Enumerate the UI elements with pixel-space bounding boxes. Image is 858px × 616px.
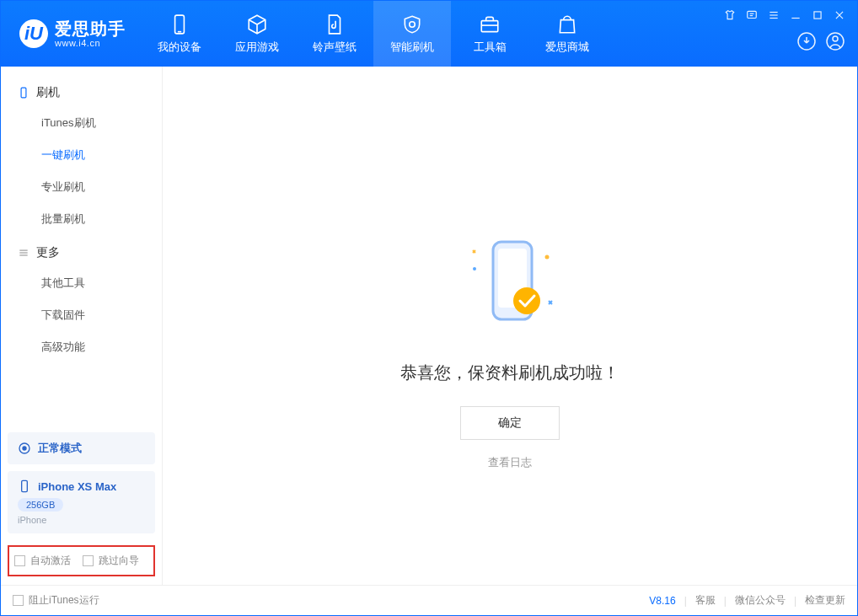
sidebar-group-more: 更多 [1, 235, 162, 267]
svg-point-24 [473, 267, 476, 271]
svg-rect-4 [748, 11, 757, 18]
mode-label: 正常模式 [38, 441, 82, 456]
sidebar-item-advanced[interactable]: 高级功能 [1, 331, 162, 363]
phone-icon [18, 87, 29, 99]
sidebar-item-download-firmware[interactable]: 下载固件 [1, 299, 162, 331]
checkbox-label: 自动激活 [30, 554, 71, 568]
brand-title: 爱思助手 [55, 19, 126, 38]
footer-link-wechat[interactable]: 微信公众号 [735, 593, 786, 608]
sidebar-item-other-tools[interactable]: 其他工具 [1, 267, 162, 299]
svg-point-16 [833, 36, 838, 41]
tab-label: 智能刷机 [390, 40, 434, 55]
tab-store[interactable]: 爱思商城 [528, 1, 606, 67]
music-file-icon [324, 13, 346, 35]
refresh-shield-icon [401, 13, 423, 35]
tab-label: 爱思商城 [545, 40, 589, 55]
user-icon[interactable] [825, 31, 845, 55]
account-buttons [796, 31, 845, 55]
device-type: iPhone [18, 515, 145, 525]
tshirt-icon[interactable] [724, 9, 736, 24]
header: iU 爱思助手 www.i4.cn 我的设备 应用游戏 铃声壁纸 智能刷机 [1, 1, 857, 67]
storage-pill: 256GB [18, 498, 63, 512]
sidebar-item-oneclick-flash[interactable]: 一键刷机 [1, 139, 162, 171]
footer-left: 阻止iTunes运行 [13, 593, 99, 608]
device-small-icon [18, 479, 31, 493]
app-window: iU 爱思助手 www.i4.cn 我的设备 应用游戏 铃声壁纸 智能刷机 [0, 0, 858, 616]
svg-rect-0 [175, 15, 185, 34]
main-tabs: 我的设备 应用游戏 铃声壁纸 智能刷机 工具箱 爱思商城 [141, 1, 606, 67]
checkbox-icon [14, 555, 25, 566]
sidebar-device-boxes: 正常模式 iPhone XS Max 256GB iPhone [1, 426, 162, 540]
group-title: 刷机 [36, 85, 60, 100]
main-content: 恭喜您，保资料刷机成功啦！ 确定 查看日志 [163, 67, 857, 585]
device-name: iPhone XS Max [38, 480, 116, 493]
svg-rect-17 [21, 88, 26, 98]
tab-label: 我的设备 [158, 40, 201, 55]
body: 刷机 iTunes刷机 一键刷机 专业刷机 批量刷机 更多 其他工具 下载固件 … [1, 67, 857, 585]
maximize-icon[interactable] [812, 9, 823, 24]
svg-rect-23 [22, 480, 28, 491]
tab-ringtones-wallpapers[interactable]: 铃声壁纸 [296, 1, 373, 67]
tab-apps-games[interactable]: 应用游戏 [218, 1, 296, 67]
tab-toolbox[interactable]: 工具箱 [451, 1, 528, 67]
tab-smart-flash[interactable]: 智能刷机 [373, 1, 451, 67]
close-icon[interactable] [834, 9, 845, 24]
download-icon[interactable] [796, 31, 817, 55]
svg-point-28 [513, 287, 540, 314]
brand: iU 爱思助手 www.i4.cn [1, 1, 141, 67]
sidebar-checks-highlight: 自动激活 跳过向导 [8, 545, 155, 576]
view-log-link[interactable]: 查看日志 [488, 455, 532, 470]
footer-link-update[interactable]: 检查更新 [805, 593, 845, 608]
sidebar-item-itunes-flash[interactable]: iTunes刷机 [1, 107, 162, 139]
ok-button[interactable]: 确定 [460, 406, 560, 440]
footer-right: V8.16 | 客服 | 微信公众号 | 检查更新 [649, 593, 845, 608]
feedback-icon[interactable] [746, 9, 758, 24]
mode-box[interactable]: 正常模式 [8, 432, 155, 464]
checkbox-label: 阻止iTunes运行 [29, 593, 99, 608]
footer-link-cs[interactable]: 客服 [695, 593, 716, 608]
tab-label: 铃声壁纸 [313, 40, 357, 55]
svg-rect-2 [481, 20, 498, 31]
menu-icon[interactable] [768, 9, 780, 24]
minimize-icon[interactable] [790, 9, 802, 24]
checkbox-icon [13, 595, 24, 606]
version-label: V8.16 [649, 595, 675, 607]
tab-label: 应用游戏 [235, 40, 279, 55]
toolbox-icon [479, 13, 501, 35]
checkbox-auto-activate[interactable]: 自动激活 [14, 554, 71, 568]
system-buttons [724, 9, 845, 24]
sidebar-item-pro-flash[interactable]: 专业刷机 [1, 171, 162, 203]
sidebar-scroll: 刷机 iTunes刷机 一键刷机 专业刷机 批量刷机 更多 其他工具 下载固件 … [1, 67, 162, 426]
tab-label: 工具箱 [474, 40, 507, 55]
svg-rect-11 [814, 12, 821, 19]
sidebar: 刷机 iTunes刷机 一键刷机 专业刷机 批量刷机 更多 其他工具 下载固件 … [1, 67, 163, 585]
checkbox-block-itunes[interactable]: 阻止iTunes运行 [13, 593, 99, 608]
sidebar-group-flash: 刷机 [1, 75, 162, 107]
success-illustration [459, 235, 560, 336]
group-title: 更多 [36, 245, 60, 260]
brand-text: 爱思助手 www.i4.cn [55, 19, 126, 48]
device-icon [169, 13, 190, 35]
cube-icon [246, 13, 268, 35]
device-box[interactable]: iPhone XS Max 256GB iPhone [8, 471, 155, 533]
list-icon [18, 247, 29, 259]
brand-logo-icon: iU [19, 19, 48, 48]
tab-my-device[interactable]: 我的设备 [141, 1, 218, 67]
mode-icon [18, 442, 31, 455]
bag-icon [556, 13, 578, 35]
success-message: 恭喜您，保资料刷机成功啦！ [400, 362, 619, 384]
brand-subtitle: www.i4.cn [55, 38, 126, 48]
svg-point-25 [545, 255, 550, 260]
sidebar-item-batch-flash[interactable]: 批量刷机 [1, 203, 162, 235]
checkbox-icon [83, 555, 94, 566]
svg-point-22 [23, 447, 26, 450]
checkbox-label: 跳过向导 [99, 554, 139, 568]
checkbox-skip-guide[interactable]: 跳过向导 [83, 554, 139, 568]
footer: 阻止iTunes运行 V8.16 | 客服 | 微信公众号 | 检查更新 [1, 585, 857, 615]
